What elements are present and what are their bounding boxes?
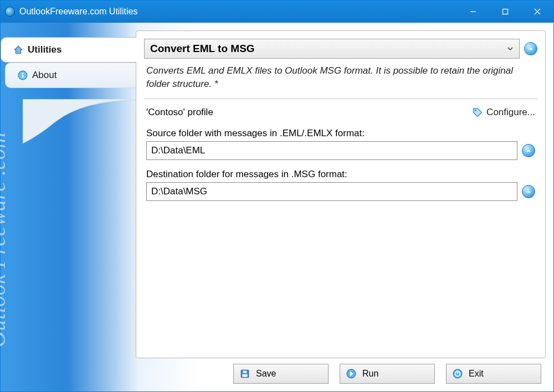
content-panel: Convert EML to MSG Converts EML and EMLX… xyxy=(136,30,546,358)
svg-rect-10 xyxy=(243,370,247,373)
sidebar-tab-about[interactable]: About xyxy=(5,63,136,88)
save-icon xyxy=(239,368,250,379)
minimize-button[interactable] xyxy=(457,1,489,23)
sidebar: Utilities About Outlook Freeware .com xyxy=(1,30,136,358)
source-folder-input[interactable] xyxy=(146,141,517,160)
dest-field-block: Destination folder for messages in .MSG … xyxy=(144,169,537,210)
window-title: OutlookFreeware.com Utilities xyxy=(19,7,457,17)
body-area: Utilities About Outlook Freeware .com xyxy=(1,23,553,391)
exit-label: Exit xyxy=(469,369,484,379)
svg-rect-6 xyxy=(22,73,23,74)
browse-source-button[interactable] xyxy=(522,144,535,157)
configure-label: Configure... xyxy=(486,107,535,118)
window-controls xyxy=(457,1,553,23)
brand-watermark: Outlook Freeware .com xyxy=(0,132,11,347)
profile-label: 'Contoso' profile xyxy=(146,107,472,118)
utility-description: Converts EML and EMLX files to Outlook M… xyxy=(144,59,537,99)
sidebar-curve-decoration xyxy=(23,99,136,143)
collapse-button[interactable] xyxy=(524,42,537,55)
sidebar-tab-utilities[interactable]: Utilities xyxy=(1,37,136,63)
sidebar-tab-label: About xyxy=(32,70,57,81)
browse-dest-button[interactable] xyxy=(522,185,535,198)
run-label: Run xyxy=(362,369,378,379)
profile-row: 'Contoso' profile Configure... xyxy=(144,107,537,128)
utility-title-row: Convert EML to MSG xyxy=(144,39,537,59)
play-icon xyxy=(346,368,357,379)
dest-folder-input[interactable] xyxy=(146,182,517,201)
source-field-block: Source folder with messages in .EML/.EML… xyxy=(144,128,537,169)
tag-icon xyxy=(472,107,483,118)
source-label: Source folder with messages in .EML/.EML… xyxy=(146,128,535,139)
bottom-button-bar: Save Run Exit xyxy=(1,358,546,386)
exit-button[interactable]: Exit xyxy=(446,364,541,384)
svg-rect-1 xyxy=(503,9,508,14)
app-window: OutlookFreeware.com Utilities Utilities xyxy=(0,0,554,392)
titlebar: OutlookFreeware.com Utilities xyxy=(1,1,553,23)
utility-selector[interactable]: Convert EML to MSG xyxy=(144,39,520,59)
maximize-button[interactable] xyxy=(489,1,521,23)
main-row: Utilities About Outlook Freeware .com xyxy=(1,30,546,358)
power-icon xyxy=(452,368,463,379)
svg-rect-5 xyxy=(22,75,23,78)
svg-point-7 xyxy=(475,109,476,111)
save-label: Save xyxy=(256,369,276,379)
app-icon xyxy=(5,7,15,17)
configure-link[interactable]: Configure... xyxy=(472,107,535,118)
home-icon xyxy=(13,45,23,55)
chevron-down-icon xyxy=(507,43,514,55)
sidebar-tab-label: Utilities xyxy=(28,44,61,55)
utility-name: Convert EML to MSG xyxy=(150,43,507,55)
svg-rect-9 xyxy=(243,374,248,377)
info-icon xyxy=(18,70,28,80)
divider xyxy=(144,99,537,99)
run-button[interactable]: Run xyxy=(340,364,435,384)
dest-label: Destination folder for messages in .MSG … xyxy=(146,169,535,180)
save-button[interactable]: Save xyxy=(233,364,329,384)
close-button[interactable] xyxy=(521,1,553,23)
